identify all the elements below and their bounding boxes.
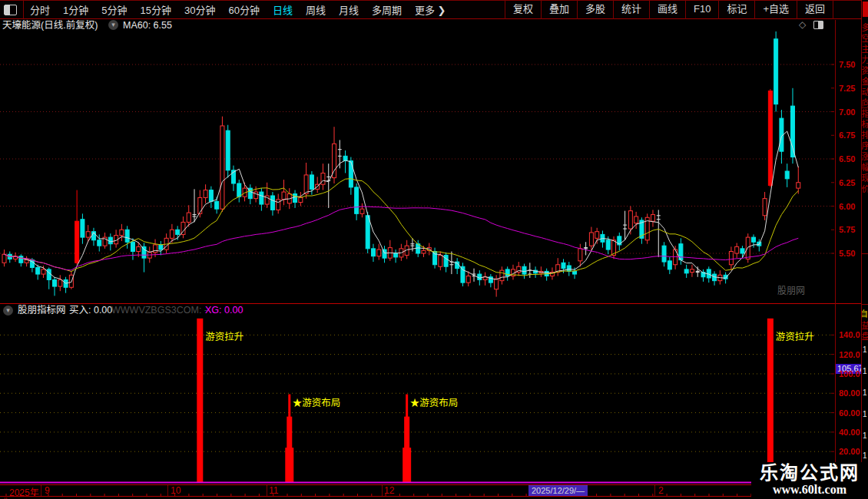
chevron-down-icon[interactable]: ▾ [3, 306, 13, 316]
price-axis-label: 7.50 [839, 60, 855, 69]
indicator-axis-label: 80.00 [839, 388, 860, 398]
signal-label: 游资拉升 [776, 331, 814, 342]
time-axis: 2025年910111222025/12/29/— [0, 485, 868, 496]
indicator-buy-value: 买入: 0.00 [69, 305, 112, 316]
sidebar-vertical-tabs2: 益盘 [862, 321, 868, 342]
price-axis-label: 7.00 [839, 107, 855, 117]
indicator-site-watermark: WWWVZBGS3COM: - [111, 305, 207, 316]
chart-watermark: 股朋网 [777, 283, 805, 296]
indicator-axis-label: 140.0 [839, 330, 860, 339]
watermark-logo-title: 乐淘公式网 [751, 463, 868, 483]
app-window: 分时1分钟5分钟15分钟30分钟60分钟日线周线月线多周期更多 ❯ 复权叠加多股… [0, 0, 868, 499]
right-sidebar-strip[interactable]: 多空主力资金动向指标排序涨幅现价 自 益盘 1 1 1 1 1 1 [862, 0, 868, 499]
axis-vertical-line [835, 20, 836, 496]
watermark-logo: 乐淘公式网 www.60lt.com [751, 462, 868, 499]
month-label-12: 12 [384, 485, 394, 496]
selected-date-label: 2025/12/29/— [528, 485, 588, 496]
price-axis-label: 6.50 [839, 154, 855, 164]
sidebar-vertical-tabs: 多空主力资金动向指标排序涨幅现价 [862, 23, 868, 195]
axis-top-line [0, 484, 868, 485]
price-axis-label: 6.00 [839, 202, 855, 211]
price-axis-label: 6.75 [839, 131, 855, 140]
month-label-10: 10 [171, 485, 181, 496]
indicator-axis-label: 20.00 [839, 447, 860, 456]
indicator-axis-label: 100.0 [839, 369, 860, 378]
axis-bottom-line [0, 496, 868, 497]
signal-label: ★游资布局 [410, 398, 459, 408]
month-label-9: 9 [45, 485, 50, 496]
price-axis-label: 5.75 [839, 225, 855, 234]
signal-label: 游资拉升 [205, 331, 244, 342]
price-axis-label: 7.25 [839, 84, 855, 93]
month-label-11: 11 [269, 485, 278, 496]
indicator-axis-label: 60.00 [839, 408, 860, 418]
sidebar-red-block [863, 2, 868, 17]
candlestick-chart-canvas[interactable]: 游资拉升★游资布局★游资布局游资拉升 [0, 0, 835, 499]
panel-divider [0, 303, 868, 304]
signal-label: ★游资布局 [293, 398, 341, 408]
price-axis-label: 5.50 [839, 249, 855, 258]
month-label-2: 2 [658, 485, 664, 496]
indicator-name: 股朋指标网 [18, 305, 66, 316]
price-axis-label: 6.25 [839, 178, 855, 187]
indicator-axis-label: 40.00 [839, 428, 860, 437]
indicator-axis-label: 120.0 [839, 350, 860, 359]
indicator-header: ▾ 股朋指标网 买入: 0.00 WWWVZBGS3COM: - XG: 0.0… [0, 305, 833, 317]
watermark-logo-url: www.60lt.com [751, 483, 868, 497]
sidebar-auto-label: 自 [862, 307, 868, 319]
indicator-xg-value: XG: 0.00 [205, 305, 243, 316]
